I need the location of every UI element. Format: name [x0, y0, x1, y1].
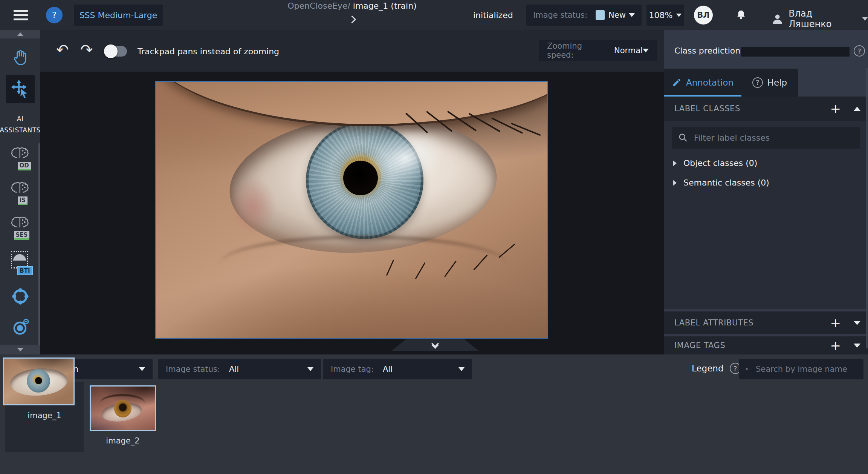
chevron-down-icon [458, 367, 465, 371]
class-prediction-bar [741, 47, 850, 57]
class-prediction-help-icon[interactable]: ? [854, 45, 865, 57]
image-tag-dropdown[interactable]: Image tag: All [323, 359, 472, 379]
add-label-attribute-button[interactable]: + [830, 317, 841, 328]
label-classes-header: LABEL CLASSES + [664, 97, 868, 121]
chevron-down-icon [307, 367, 313, 371]
image-status-label: Image status: [533, 11, 587, 20]
object-classes-label: Object classes (0) [683, 158, 757, 168]
ai-assistants-label: AI ASSISTANTS [0, 113, 41, 136]
gallery-thumbnail-image-1[interactable] [3, 357, 75, 405]
user-menu[interactable]: Влад Ляшенко [772, 8, 868, 29]
chevron-down-icon [862, 17, 868, 21]
add-image-tag-button[interactable]: + [830, 340, 841, 351]
expand-section-button[interactable] [854, 321, 860, 325]
semantic-segmentation-assistant-button[interactable]: SES [9, 216, 32, 240]
label-classes-title: LABEL CLASSES [674, 104, 740, 113]
undo-button[interactable]: ↶ [56, 41, 69, 58]
image-search-input[interactable] [756, 365, 857, 374]
right-panel: Class prediction: ? Annotation ? Help LA… [664, 30, 868, 354]
eye-thumbnail-2 [91, 387, 155, 430]
redo-button[interactable]: ↷ [80, 41, 93, 58]
zooming-speed-dropdown[interactable]: Zooming speed: Normal [539, 40, 657, 61]
tab-annotation-label: Annotation [686, 78, 734, 87]
image-search-box [739, 359, 863, 379]
avatar-initials: ВЛ [697, 11, 709, 20]
move-cursor-icon [11, 79, 30, 99]
label-attributes-title: LABEL ATTRIBUTES [674, 318, 753, 327]
gallery-item-name: image_2 [90, 436, 156, 445]
chevron-down-icon [17, 348, 24, 351]
object-detection-assistant-button[interactable]: OD [9, 146, 32, 170]
od-badge: OD [18, 162, 31, 170]
sidebar-scroll-up-button[interactable] [0, 30, 40, 38]
object-classes-group[interactable]: Object classes (0) [673, 158, 757, 168]
semantic-classes-group[interactable]: Semantic classes (0) [673, 178, 769, 187]
add-label-class-button[interactable]: + [830, 103, 841, 114]
image-tag-value: All [383, 365, 393, 374]
gallery-image-status-dropdown[interactable]: Image status: All [158, 359, 321, 379]
pan-tool-button[interactable] [12, 49, 29, 66]
chevron-down-icon [139, 367, 145, 371]
search-icon [746, 364, 749, 374]
panel-tabs: Annotation ? Help [664, 69, 798, 97]
eye-pupil [343, 161, 378, 195]
graph-nodes-icon [11, 287, 30, 306]
expand-right-icon [673, 180, 677, 186]
chevron-down-icon [629, 13, 635, 17]
gallery-item-name: image_1 [5, 411, 84, 420]
breadcrumb-project[interactable]: OpenCloseEye/ [287, 1, 350, 11]
chevron-down-icon [676, 14, 682, 17]
notifications-bell-icon[interactable] [735, 9, 747, 20]
bti-badge: BTI [17, 266, 32, 275]
zoom-level-value: 108% [649, 11, 673, 20]
avatar[interactable]: ВЛ [694, 6, 713, 25]
panel-scrollbar[interactable] [866, 68, 868, 348]
trackpad-toggle-label: Trackpad pans instead of zooming [138, 47, 279, 56]
hamburger-menu-icon[interactable] [14, 10, 28, 20]
gallery-collapse-button[interactable] [392, 339, 478, 351]
zoom-level-dropdown[interactable]: 108% [646, 5, 684, 26]
sidebar-scrollbar[interactable] [38, 143, 40, 354]
eye-lower-lid-shadow [220, 236, 506, 292]
trackpad-pan-toggle[interactable] [105, 46, 127, 57]
gallery-image-status-label: Image status: [166, 365, 220, 374]
label-attributes-header: LABEL ATTRIBUTES + [664, 311, 868, 334]
image-canvas[interactable] [40, 72, 664, 354]
sidebar-scroll-down-button[interactable] [0, 345, 40, 354]
gallery-thumbnail-image-2[interactable] [90, 385, 156, 431]
annotated-image[interactable] [155, 81, 548, 339]
canvas-toolbar: ↶ ↷ Trackpad pans instead of zooming Zoo… [40, 30, 664, 72]
image-tags-title: IMAGE TAGS [674, 341, 725, 350]
eyelash [498, 244, 515, 258]
collapse-section-button[interactable] [854, 107, 860, 111]
hand-icon [12, 49, 29, 66]
search-icon [678, 133, 688, 143]
ses-badge: SES [14, 231, 30, 240]
tab-annotation[interactable]: Annotation [664, 69, 741, 97]
move-tool-button[interactable] [6, 75, 35, 103]
batched-tool-button[interactable]: BTI [9, 251, 32, 275]
eye-upper-lid [156, 82, 547, 126]
expand-right-icon [673, 160, 677, 166]
image-tag-label: Image tag: [331, 365, 374, 374]
tool-sidebar: AI ASSISTANTS OD IS [0, 30, 40, 354]
zooming-speed-label: Zooming speed: [547, 41, 604, 60]
smart-circle-icon [11, 318, 30, 337]
gallery-bar: Datasets: train Image status: All Image … [0, 354, 868, 474]
smart-tool-button[interactable] [11, 318, 30, 337]
person-icon [772, 13, 783, 25]
user-name: Влад Ляшенко [789, 8, 857, 29]
tab-help[interactable]: ? Help [741, 69, 798, 97]
image-status-dropdown[interactable]: Image status: New [526, 5, 642, 26]
toggle-knob [104, 44, 118, 58]
legend: Legend ? [692, 363, 741, 374]
chevron-right-icon [348, 15, 356, 23]
instance-segmentation-assistant-button[interactable]: IS [9, 181, 32, 205]
question-circle-icon: ? [752, 77, 763, 88]
filter-label-classes-input[interactable] [694, 133, 854, 143]
legend-label: Legend [692, 364, 724, 373]
annotation-app: ? SSS Medium-Large OpenCloseEye/ image_1… [0, 0, 868, 474]
chevron-down-icon [643, 49, 649, 52]
polygon-tool-button[interactable] [11, 287, 30, 306]
expand-section-button[interactable] [854, 344, 860, 348]
